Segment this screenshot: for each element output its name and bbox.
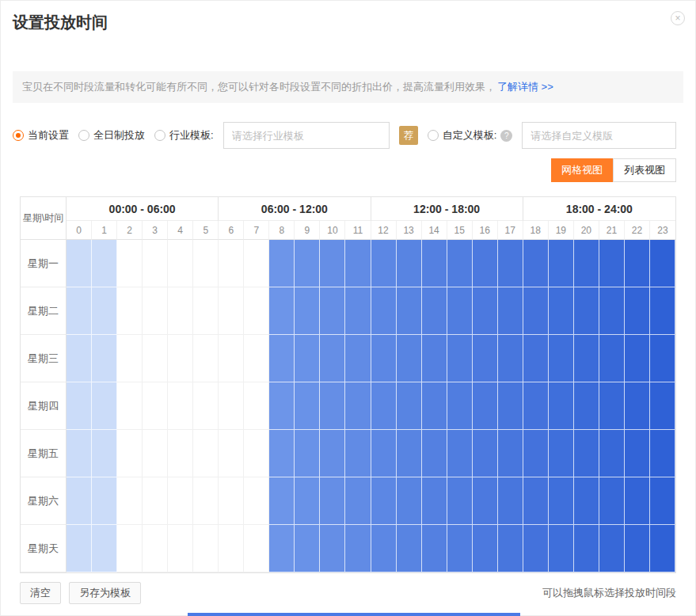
- grid-cell-5-5[interactable]: [193, 477, 219, 525]
- grid-cell-5-1[interactable]: [92, 477, 117, 525]
- grid-cell-2-9[interactable]: [295, 335, 320, 382]
- grid-cell-2-0[interactable]: [67, 335, 92, 382]
- grid-cell-3-16[interactable]: [473, 382, 498, 430]
- custom-template-input[interactable]: [522, 122, 676, 149]
- grid-cell-4-8[interactable]: [269, 430, 295, 477]
- grid-cell-3-11[interactable]: [345, 382, 371, 430]
- grid-cell-5-3[interactable]: [143, 477, 168, 525]
- grid-cell-1-17[interactable]: [498, 287, 523, 335]
- grid-cell-4-18[interactable]: [523, 430, 549, 477]
- grid-cell-0-18[interactable]: [523, 240, 549, 287]
- grid-cell-2-3[interactable]: [143, 335, 168, 382]
- grid-cell-5-15[interactable]: [447, 477, 473, 525]
- grid-cell-5-16[interactable]: [473, 477, 498, 525]
- grid-cell-6-13[interactable]: [397, 525, 422, 572]
- grid-cell-6-18[interactable]: [523, 525, 549, 572]
- grid-cell-2-11[interactable]: [345, 335, 371, 382]
- grid-cell-5-19[interactable]: [549, 477, 574, 525]
- grid-cell-0-3[interactable]: [143, 240, 168, 287]
- grid-cell-4-5[interactable]: [193, 430, 219, 477]
- list-view-button[interactable]: 列表视图: [613, 158, 676, 182]
- grid-cell-1-7[interactable]: [244, 287, 269, 335]
- grid-cell-2-13[interactable]: [397, 335, 422, 382]
- grid-cell-1-6[interactable]: [219, 287, 244, 335]
- grid-cell-6-4[interactable]: [168, 525, 193, 572]
- grid-cell-1-18[interactable]: [523, 287, 549, 335]
- grid-cell-2-20[interactable]: [574, 335, 599, 382]
- grid-cell-2-12[interactable]: [371, 335, 397, 382]
- grid-cell-4-3[interactable]: [143, 430, 168, 477]
- grid-cell-3-22[interactable]: [625, 382, 650, 430]
- grid-cell-4-9[interactable]: [295, 430, 320, 477]
- grid-cell-2-15[interactable]: [447, 335, 473, 382]
- grid-cell-4-20[interactable]: [574, 430, 599, 477]
- grid-cell-1-4[interactable]: [168, 287, 193, 335]
- option-custom[interactable]: 自定义模板: ?: [428, 128, 513, 143]
- grid-cell-1-12[interactable]: [371, 287, 397, 335]
- grid-cell-5-18[interactable]: [523, 477, 549, 525]
- grid-cell-6-11[interactable]: [345, 525, 371, 572]
- grid-cell-4-21[interactable]: [599, 430, 625, 477]
- grid-cell-2-2[interactable]: [117, 335, 143, 382]
- grid-cell-0-22[interactable]: [625, 240, 650, 287]
- grid-cell-0-23[interactable]: [650, 240, 675, 287]
- grid-cell-4-22[interactable]: [625, 430, 650, 477]
- grid-cell-5-21[interactable]: [599, 477, 625, 525]
- grid-cell-2-19[interactable]: [549, 335, 574, 382]
- grid-cell-1-5[interactable]: [193, 287, 219, 335]
- option-industry[interactable]: 行业模板:: [154, 128, 214, 143]
- grid-cell-1-21[interactable]: [599, 287, 625, 335]
- grid-cell-6-5[interactable]: [193, 525, 219, 572]
- grid-cell-4-10[interactable]: [320, 430, 345, 477]
- grid-cell-3-9[interactable]: [295, 382, 320, 430]
- grid-cell-3-10[interactable]: [320, 382, 345, 430]
- grid-cell-5-14[interactable]: [422, 477, 447, 525]
- grid-cell-2-1[interactable]: [92, 335, 117, 382]
- grid-cell-0-12[interactable]: [371, 240, 397, 287]
- grid-cell-3-3[interactable]: [143, 382, 168, 430]
- grid-cell-4-12[interactable]: [371, 430, 397, 477]
- grid-cell-5-11[interactable]: [345, 477, 371, 525]
- grid-cell-0-5[interactable]: [193, 240, 219, 287]
- recommend-badge[interactable]: 荐: [399, 126, 418, 145]
- grid-cell-1-11[interactable]: [345, 287, 371, 335]
- grid-cell-3-18[interactable]: [523, 382, 549, 430]
- grid-cell-2-10[interactable]: [320, 335, 345, 382]
- grid-cell-6-7[interactable]: [244, 525, 269, 572]
- grid-cell-1-20[interactable]: [574, 287, 599, 335]
- grid-cell-4-14[interactable]: [422, 430, 447, 477]
- grid-cell-0-7[interactable]: [244, 240, 269, 287]
- grid-cell-3-5[interactable]: [193, 382, 219, 430]
- grid-cell-0-13[interactable]: [397, 240, 422, 287]
- grid-cell-0-21[interactable]: [599, 240, 625, 287]
- radio-unselected-icon[interactable]: [428, 130, 439, 141]
- grid-cell-2-22[interactable]: [625, 335, 650, 382]
- grid-cell-3-6[interactable]: [219, 382, 244, 430]
- grid-cell-0-14[interactable]: [422, 240, 447, 287]
- grid-cell-3-2[interactable]: [117, 382, 143, 430]
- grid-cell-6-1[interactable]: [92, 525, 117, 572]
- grid-cell-2-5[interactable]: [193, 335, 219, 382]
- grid-cell-6-2[interactable]: [117, 525, 143, 572]
- grid-cell-2-6[interactable]: [219, 335, 244, 382]
- grid-cell-5-9[interactable]: [295, 477, 320, 525]
- grid-cell-1-23[interactable]: [650, 287, 675, 335]
- grid-cell-1-22[interactable]: [625, 287, 650, 335]
- grid-cell-6-10[interactable]: [320, 525, 345, 572]
- grid-cell-2-21[interactable]: [599, 335, 625, 382]
- grid-cell-6-16[interactable]: [473, 525, 498, 572]
- grid-cell-0-10[interactable]: [320, 240, 345, 287]
- grid-cell-0-4[interactable]: [168, 240, 193, 287]
- grid-cell-6-14[interactable]: [422, 525, 447, 572]
- grid-cell-4-11[interactable]: [345, 430, 371, 477]
- grid-cell-1-15[interactable]: [447, 287, 473, 335]
- grid-cell-5-12[interactable]: [371, 477, 397, 525]
- grid-cell-5-6[interactable]: [219, 477, 244, 525]
- grid-cell-3-12[interactable]: [371, 382, 397, 430]
- grid-cell-4-19[interactable]: [549, 430, 574, 477]
- grid-cell-6-9[interactable]: [295, 525, 320, 572]
- grid-cell-3-23[interactable]: [650, 382, 675, 430]
- grid-cell-5-4[interactable]: [168, 477, 193, 525]
- grid-cell-6-21[interactable]: [599, 525, 625, 572]
- grid-cell-0-9[interactable]: [295, 240, 320, 287]
